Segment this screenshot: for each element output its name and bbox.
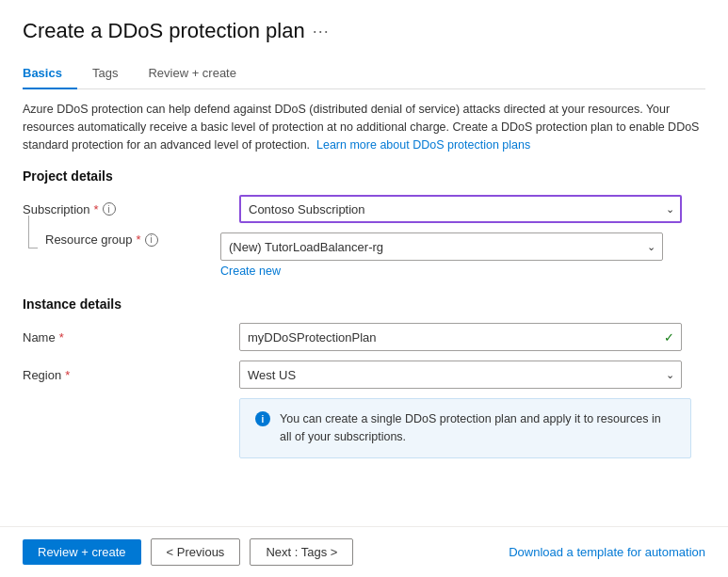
resource-group-indent: Resource group * i <box>23 232 220 247</box>
region-label: Region * <box>23 368 239 382</box>
page-title: Create a DDoS protection plan <box>23 19 305 43</box>
tab-tags[interactable]: Tags <box>77 58 133 89</box>
description-text: Azure DDoS protection can help defend ag… <box>23 101 705 153</box>
name-control: myDDoSProtectionPlan ✓ <box>239 323 705 351</box>
resource-group-info-icon[interactable]: i <box>145 233 158 247</box>
region-select-wrapper: West US ⌄ <box>239 361 682 389</box>
page-header: Create a DDoS protection plan ··· <box>23 19 705 43</box>
ellipsis-menu-button[interactable]: ··· <box>313 22 330 41</box>
subscription-control: Contoso Subscription ⌄ <box>239 195 705 223</box>
review-create-button[interactable]: Review + create <box>23 539 141 565</box>
region-select[interactable]: West US <box>239 361 682 389</box>
name-row: Name * myDDoSProtectionPlan ✓ <box>23 323 705 351</box>
name-select-wrapper: myDDoSProtectionPlan ✓ <box>239 323 682 351</box>
project-details-section: Project details Subscription * i Contoso… <box>23 168 705 278</box>
resource-group-select-wrapper: (New) TutorLoadBalancer-rg ⌄ <box>220 232 663 261</box>
subscription-info-icon[interactable]: i <box>103 202 116 216</box>
subscription-required: * <box>94 202 99 216</box>
info-banner-text: You can create a single DDoS protection … <box>280 410 675 446</box>
name-required: * <box>59 330 64 345</box>
resource-group-label: Resource group * i <box>41 232 158 247</box>
footer: Review + create < Previous Next : Tags >… <box>0 526 728 577</box>
tab-review-create[interactable]: Review + create <box>133 58 251 89</box>
tab-basics[interactable]: Basics <box>23 58 77 89</box>
next-tags-button[interactable]: Next : Tags > <box>250 538 353 566</box>
info-banner: i You can create a single DDoS protectio… <box>239 398 691 458</box>
project-details-title: Project details <box>23 168 705 184</box>
instance-details-section: Instance details Name * myDDoSProtection… <box>23 297 705 458</box>
download-template-link[interactable]: Download a template for automation <box>509 545 705 559</box>
region-control: West US ⌄ <box>239 361 705 389</box>
region-required: * <box>65 368 70 382</box>
create-new-link[interactable]: Create new <box>220 264 281 278</box>
resource-group-select[interactable]: (New) TutorLoadBalancer-rg <box>220 232 663 261</box>
name-label: Name * <box>23 330 239 345</box>
resource-group-control: (New) TutorLoadBalancer-rg ⌄ Create new <box>220 232 705 278</box>
instance-details-title: Instance details <box>23 297 705 312</box>
subscription-select[interactable]: Contoso Subscription <box>239 195 682 223</box>
info-banner-icon: i <box>255 411 270 426</box>
name-input[interactable]: myDDoSProtectionPlan <box>239 323 682 351</box>
region-row: Region * West US ⌄ <box>23 361 705 389</box>
resource-group-required: * <box>137 232 141 247</box>
learn-more-link[interactable]: Learn more about DDoS protection plans <box>316 138 530 152</box>
subscription-select-wrapper: Contoso Subscription ⌄ <box>239 195 682 223</box>
tab-bar: Basics Tags Review + create <box>23 58 705 89</box>
subscription-label: Subscription * i <box>23 202 239 216</box>
subscription-row: Subscription * i Contoso Subscription ⌄ <box>23 195 705 223</box>
previous-button[interactable]: < Previous <box>151 538 241 566</box>
